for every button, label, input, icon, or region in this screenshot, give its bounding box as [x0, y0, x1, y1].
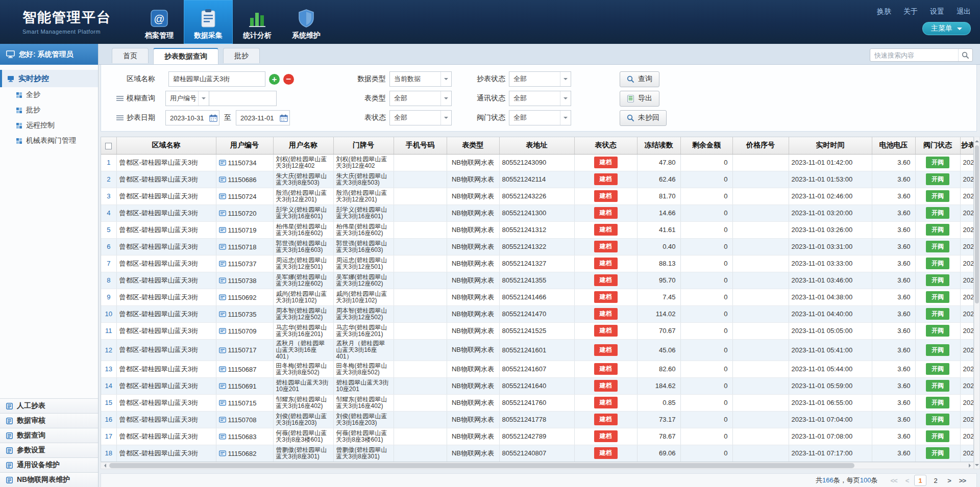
status-badge: 建档	[594, 173, 618, 185]
table-row[interactable]: 10曾都区-碧桂园翠山蓝天3街11150735周本智(碧桂园翠山蓝天3街12座5…	[101, 305, 974, 322]
chart-icon	[247, 7, 267, 30]
meter-icon	[219, 210, 226, 216]
calendar-icon[interactable]	[209, 114, 217, 122]
top-link-logout[interactable]: 退出	[957, 7, 971, 16]
sidebar-item-device-maintain[interactable]: 通用设备维护	[0, 457, 98, 472]
table-row[interactable]: 3曾都区-碧桂园翠山蓝天3街11150724殷浩(碧桂园翠山蓝天3街12座201…	[101, 188, 974, 204]
tab-batch-read[interactable]: 批抄	[223, 48, 260, 63]
meter-addr-cell: 805521241607	[499, 361, 574, 377]
vertical-scrollbar[interactable]	[974, 137, 980, 469]
main-menu-button[interactable]: 主菜单	[922, 22, 971, 35]
meter-status-select[interactable]: 全部	[389, 110, 452, 125]
quick-search-input[interactable]	[870, 52, 958, 59]
unread-button[interactable]: 未抄回	[620, 110, 667, 126]
fuzzy-field-select[interactable]: 用户编号	[165, 91, 209, 106]
sidebar-item-realtime-reading[interactable]: 实时抄控	[0, 70, 98, 87]
table-row[interactable]: 8曾都区-碧桂园翠山蓝天3街11150738吴军娜(碧桂园翠山蓝天3街12座60…	[101, 272, 974, 289]
tab-reading-query[interactable]: 抄表数据查询	[153, 48, 218, 64]
scroll-left-icon[interactable]	[101, 463, 108, 469]
calendar-icon[interactable]	[280, 114, 288, 122]
sidebar-item-nb-meter-maintain[interactable]: NB物联网表维护	[0, 472, 98, 487]
table-row[interactable]: 9曾都区-碧桂园翠山蓝天3街11150692戚尚(碧桂园翠山蓝天3街10座102…	[101, 289, 974, 305]
add-area-icon[interactable]: +	[269, 74, 280, 85]
next-page-button[interactable]: >	[945, 476, 953, 485]
table-row[interactable]: 15曾都区-碧桂园翠山蓝天3街11150715邹耀东(碧桂园翠山蓝天3街16座4…	[101, 394, 974, 411]
table-row[interactable]: 6曾都区-碧桂园翠山蓝天3街11150718郭世强(碧桂园翠山蓝天3街16座60…	[101, 238, 974, 255]
data-type-select[interactable]: 当前数据	[389, 71, 452, 87]
user-name-cell: 朱大庆(碧桂园翠山蓝天3街8座503)	[273, 171, 333, 188]
nav-item-maintain[interactable]: 系统维护	[282, 0, 331, 44]
meter-addr-cell: 805521241322	[499, 238, 574, 255]
frozen-reading-cell: 114.02	[637, 305, 680, 322]
table-row[interactable]: 17曾都区-碧桂园翠山蓝天3街11150683何薇(碧桂园翠山蓝天3街8座3楼6…	[101, 428, 974, 445]
read-status-select[interactable]: 全部	[509, 71, 571, 87]
query-button[interactable]: 查询	[620, 71, 659, 87]
voltage-cell: 3.60	[872, 171, 915, 188]
table-row[interactable]: 18曾都区-碧桂园翠山蓝天3街11150682曾鹏傲(碧桂园翠山蓝天3街8座30…	[101, 445, 974, 462]
sidebar-item-data-audit[interactable]: 数据审核	[0, 413, 98, 428]
first-page-button[interactable]: <<	[888, 476, 899, 485]
meter-status-cell: 建档	[574, 154, 637, 171]
page-button-2[interactable]: 2	[929, 475, 942, 486]
price-no-cell	[732, 188, 789, 204]
table-row[interactable]: 1曾都区-碧桂园翠山蓝天3街11150734刘权(碧桂园翠山蓝天3街12座402…	[101, 154, 974, 171]
row-number: 14	[101, 377, 116, 394]
sidebar-item-full-read[interactable]: 全抄	[0, 87, 98, 102]
remove-area-icon[interactable]: −	[283, 74, 294, 85]
last-page-button[interactable]: >>	[957, 476, 968, 485]
table-row[interactable]: 14曾都区-碧桂园翠山蓝天3街11150691碧桂园翠山蓝天3街10座201碧桂…	[101, 377, 974, 394]
prev-page-button[interactable]: <	[903, 476, 912, 485]
page-button-1[interactable]: 1	[914, 475, 926, 486]
sidebar-item-param-settings[interactable]: 参数设置	[0, 443, 98, 457]
meter-icon	[219, 400, 226, 406]
table-row[interactable]: 16曾都区-碧桂园翠山蓝天3街11150708刘俊(碧桂园翠山蓝天3街16座20…	[101, 411, 974, 428]
sidebar-item-data-query[interactable]: 数据查询	[0, 428, 98, 443]
v-scroll-thumb[interactable]	[975, 145, 979, 303]
price-no-cell	[732, 255, 789, 272]
frozen-reading-cell: 47.80	[637, 154, 680, 171]
top-link-about[interactable]: 关于	[903, 7, 918, 16]
door-no-cell: 刘俊(碧桂园翠山蓝天3街16座203)	[333, 411, 394, 428]
scroll-down-icon[interactable]	[974, 462, 979, 469]
top-link-skin[interactable]: 换肤	[877, 7, 891, 16]
table-row[interactable]: 2曾都区-碧桂园翠山蓝天3街11150686朱大庆(碧桂园翠山蓝天3街8座503…	[101, 171, 974, 188]
table-row[interactable]: 11曾都区-碧桂园翠山蓝天3街11150709马志华(碧桂园翠山蓝天3街16座2…	[101, 322, 974, 339]
sidebar-item-mech-valve[interactable]: 机械表阀门管理	[0, 133, 98, 148]
meter-type-select[interactable]: 全部	[389, 91, 452, 106]
meter-type-cell: NB物联网水表	[447, 445, 499, 462]
table-row[interactable]: 7曾都区-碧桂园翠山蓝天3街11150737周运忠(碧桂园翠山蓝天3街12座50…	[101, 255, 974, 272]
fuzzy-query-input[interactable]	[209, 91, 277, 106]
h-scroll-thumb[interactable]	[109, 463, 854, 468]
nav-item-stats[interactable]: 统计分析	[233, 0, 282, 44]
comm-status-label: 通讯状态	[473, 94, 505, 103]
door-no-cell: 殷浩(碧桂园翠山蓝天3街12座201)	[333, 188, 394, 204]
horizontal-scrollbar[interactable]	[101, 462, 974, 469]
tab-home[interactable]: 首页	[112, 48, 149, 63]
summary-part: 166	[822, 476, 834, 484]
select-all-checkbox[interactable]	[105, 143, 112, 149]
balance-cell: 0	[680, 445, 732, 462]
sidebar-item-batch-read[interactable]: 批抄	[0, 102, 98, 118]
comm-status-select[interactable]: 全部	[509, 91, 571, 106]
quick-search-button[interactable]	[958, 49, 972, 61]
area-name-input[interactable]	[168, 71, 265, 87]
sidebar-item-remote-control[interactable]: 远程控制	[0, 118, 98, 133]
sidebar-item-manual-reading[interactable]: 人工抄表	[0, 398, 98, 413]
door-no-cell: 碧桂园翠山蓝天3街10座201	[333, 377, 394, 394]
collapse-handle-icon[interactable]	[116, 115, 124, 120]
table-row[interactable]: 5曾都区-碧桂园翠山蓝天3街11150719柏伟星(碧桂园翠山蓝天3街16座60…	[101, 221, 974, 238]
nav-item-label: 系统维护	[292, 31, 321, 40]
table-row[interactable]: 4曾都区-碧桂园翠山蓝天3街11150720彭学义(碧桂园翠山蓝天3街16座60…	[101, 204, 974, 221]
table-row[interactable]: 13曾都区-碧桂园翠山蓝天3街11150687田冬梅(碧桂园翠山蓝天3街8座50…	[101, 361, 974, 377]
table-row[interactable]: 12曾都区-碧桂园翠山蓝天3街11150717孟秋月（碧桂园翠山蓝天3街16座4…	[101, 339, 974, 361]
top-link-settings[interactable]: 设置	[930, 7, 944, 16]
row-number: 12	[101, 339, 116, 361]
collapse-handle-icon[interactable]	[116, 96, 124, 101]
valve-status-select[interactable]: 全部	[509, 110, 571, 125]
nav-item-collect[interactable]: 数据采集	[184, 0, 233, 44]
scroll-right-icon[interactable]	[966, 463, 973, 469]
nav-item-archive[interactable]: @档案管理	[135, 0, 184, 44]
export-button[interactable]: 导出	[620, 91, 659, 107]
door-no-cell: 孟秋月（碧桂园翠山蓝天3街16座401）	[333, 339, 394, 361]
scroll-up-icon[interactable]	[974, 137, 979, 144]
